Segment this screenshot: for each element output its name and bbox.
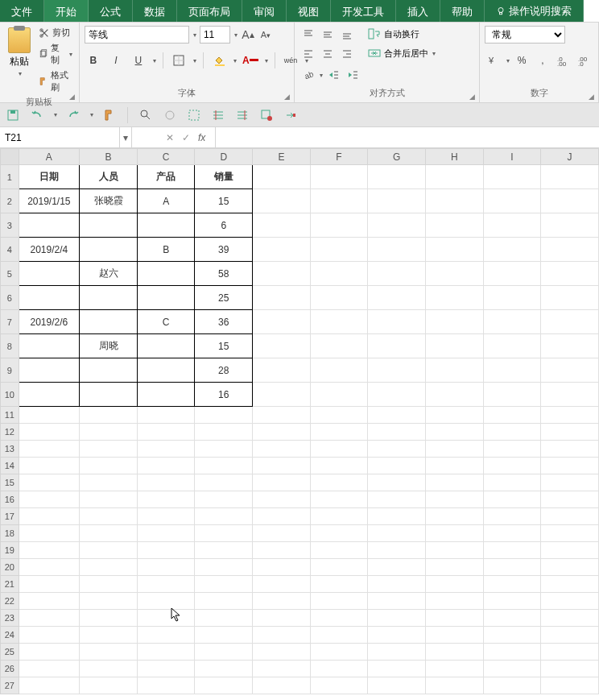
cell[interactable]	[310, 238, 368, 262]
cell[interactable]	[195, 491, 253, 508]
cell[interactable]	[368, 627, 426, 644]
cell[interactable]	[483, 238, 541, 262]
row-header[interactable]: 24	[1, 627, 19, 644]
row-header[interactable]: 19	[1, 542, 19, 559]
cell[interactable]	[310, 310, 368, 334]
cell[interactable]	[425, 213, 483, 238]
cell[interactable]	[80, 576, 138, 593]
dialog-launcher-icon[interactable]: ◢	[589, 93, 597, 101]
cell[interactable]: C	[137, 310, 195, 334]
menu-help[interactable]: 帮助	[440, 0, 485, 22]
row-header[interactable]: 15	[1, 474, 19, 491]
cell[interactable]	[425, 383, 483, 407]
cell[interactable]	[541, 334, 599, 358]
col-header[interactable]: A	[19, 149, 80, 165]
fx-button[interactable]: fx	[198, 132, 205, 143]
bold-button[interactable]: B	[85, 52, 102, 69]
border-button[interactable]	[170, 52, 188, 69]
cell[interactable]	[541, 286, 599, 310]
cell[interactable]	[19, 358, 80, 383]
menu-view[interactable]: 视图	[287, 0, 331, 22]
cell[interactable]	[310, 441, 368, 458]
cell[interactable]	[541, 238, 599, 262]
name-box-input[interactable]	[0, 132, 119, 143]
cell[interactable]	[195, 424, 253, 441]
cell[interactable]	[310, 424, 368, 441]
cell[interactable]	[137, 610, 195, 627]
col-header[interactable]: B	[80, 149, 138, 165]
cell[interactable]	[368, 458, 426, 474]
cell[interactable]	[483, 441, 541, 458]
cell[interactable]	[541, 383, 599, 407]
cell[interactable]: 张晓霞	[80, 189, 138, 213]
cell[interactable]	[541, 559, 599, 576]
cell[interactable]	[483, 165, 541, 189]
cell[interactable]	[80, 491, 138, 508]
cell[interactable]	[19, 334, 80, 358]
cell[interactable]	[19, 286, 80, 310]
cell[interactable]	[425, 542, 483, 559]
cell[interactable]	[425, 593, 483, 610]
cell[interactable]	[310, 593, 368, 610]
cell[interactable]	[541, 441, 599, 458]
col-header[interactable]: E	[253, 149, 311, 165]
comma-button[interactable]: ,	[534, 52, 551, 69]
cell[interactable]	[310, 262, 368, 286]
qat-htool1-button[interactable]	[210, 107, 226, 123]
col-header[interactable]: F	[310, 149, 368, 165]
enter-formula-button[interactable]: ✓	[182, 132, 190, 143]
cell[interactable]	[541, 661, 599, 677]
cell[interactable]	[541, 407, 599, 424]
cell[interactable]	[253, 358, 311, 383]
cell[interactable]	[310, 508, 368, 525]
row-header[interactable]: 16	[1, 491, 19, 508]
row-header[interactable]: 4	[1, 238, 19, 262]
cell[interactable]	[425, 424, 483, 441]
cell[interactable]	[253, 559, 311, 576]
cell[interactable]	[310, 542, 368, 559]
cell[interactable]	[253, 610, 311, 627]
increase-decimal-button[interactable]: .0.00	[555, 52, 572, 69]
cell[interactable]: B	[137, 238, 195, 262]
cell[interactable]	[368, 576, 426, 593]
cell[interactable]	[483, 474, 541, 491]
cell[interactable]	[368, 165, 426, 189]
cell[interactable]	[137, 458, 195, 474]
menu-review[interactable]: 审阅	[242, 0, 287, 22]
cell[interactable]	[483, 189, 541, 213]
row-header[interactable]: 11	[1, 407, 19, 424]
cell[interactable]	[253, 508, 311, 525]
cell[interactable]	[483, 508, 541, 525]
cell[interactable]	[368, 610, 426, 627]
col-header[interactable]: G	[368, 149, 426, 165]
cell[interactable]	[19, 441, 80, 458]
chevron-down-icon[interactable]: ▾	[119, 127, 131, 147]
cell[interactable]	[310, 165, 368, 189]
cell[interactable]	[310, 213, 368, 238]
cell[interactable]	[483, 458, 541, 474]
cell[interactable]	[195, 593, 253, 610]
cell[interactable]: 产品	[137, 165, 195, 189]
cell[interactable]	[425, 238, 483, 262]
cell[interactable]	[253, 286, 311, 310]
cell[interactable]	[483, 593, 541, 610]
cell[interactable]	[483, 424, 541, 441]
select-all-corner[interactable]	[1, 149, 19, 165]
cell[interactable]	[483, 213, 541, 238]
cell[interactable]: 58	[195, 262, 253, 286]
cell[interactable]	[19, 213, 80, 238]
cancel-formula-button[interactable]: ✕	[166, 132, 174, 143]
cell[interactable]	[541, 474, 599, 491]
cell[interactable]	[483, 262, 541, 286]
cell[interactable]: A	[137, 189, 195, 213]
cell[interactable]	[195, 559, 253, 576]
cell[interactable]	[541, 189, 599, 213]
cell[interactable]	[137, 334, 195, 358]
decrease-indent-button[interactable]	[324, 66, 342, 84]
qat-brush-button[interactable]	[101, 107, 118, 123]
cell[interactable]	[483, 542, 541, 559]
cell[interactable]	[195, 407, 253, 424]
cell[interactable]	[19, 542, 80, 559]
cell[interactable]	[483, 491, 541, 508]
cell[interactable]	[368, 525, 426, 542]
